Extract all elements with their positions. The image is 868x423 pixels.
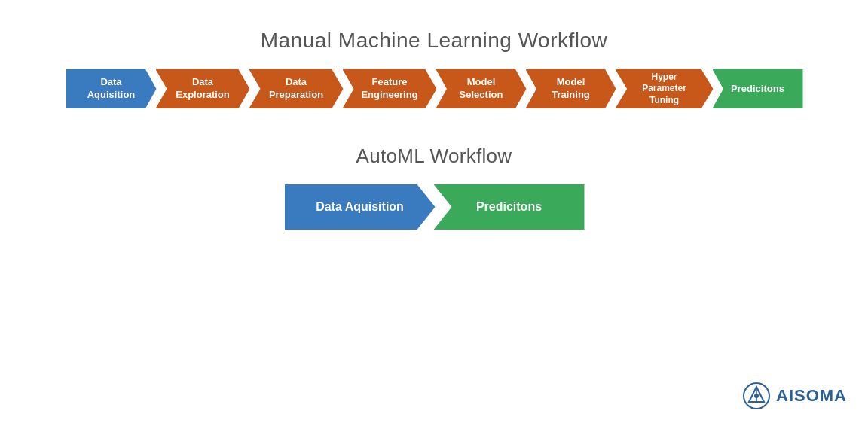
step-feature-engineering: FeatureEngineering xyxy=(343,69,437,108)
logo-area: AISOMA xyxy=(743,382,847,409)
step-data-exploration: DataExploration xyxy=(156,69,250,108)
aisoma-logo-icon xyxy=(743,382,770,409)
automl-workflow-row: Data Aquisition Predicitons xyxy=(0,184,868,230)
automl-workflow-title: AutoML Workflow xyxy=(0,145,868,168)
step-label: HyperParameterTuning xyxy=(634,72,694,107)
step-label: Data Aquisition xyxy=(308,199,411,215)
step-label: FeatureEngineering xyxy=(353,76,425,102)
step-label: DataAquisition xyxy=(80,76,143,102)
step-label: DataPreparation xyxy=(261,76,331,102)
manual-workflow-title: Manual Machine Learning Workflow xyxy=(0,0,868,53)
manual-workflow-row: DataAquisition DataExploration DataPrepa… xyxy=(0,69,868,108)
step-label: Predicitons xyxy=(469,199,549,215)
step-data-preparation: DataPreparation xyxy=(249,69,344,108)
step-label: Predicitons xyxy=(723,83,792,96)
step-data-aquisition: DataAquisition xyxy=(66,69,157,108)
aisoma-logo-text: AISOMA xyxy=(776,386,847,406)
step-predictions-manual: Predicitons xyxy=(713,69,803,108)
step-model-selection: ModelSelection xyxy=(436,69,527,108)
step-label: ModelSelection xyxy=(452,76,511,102)
step-label: ModelTraining xyxy=(544,76,598,102)
step-hyper-parameter-tuning: HyperParameterTuning xyxy=(616,69,714,108)
step-model-training: ModelTraining xyxy=(526,69,616,108)
automl-step-predictions: Predicitons xyxy=(434,184,585,230)
automl-step-data-aquisition: Data Aquisition xyxy=(285,184,436,230)
step-label: DataExploration xyxy=(168,76,237,102)
